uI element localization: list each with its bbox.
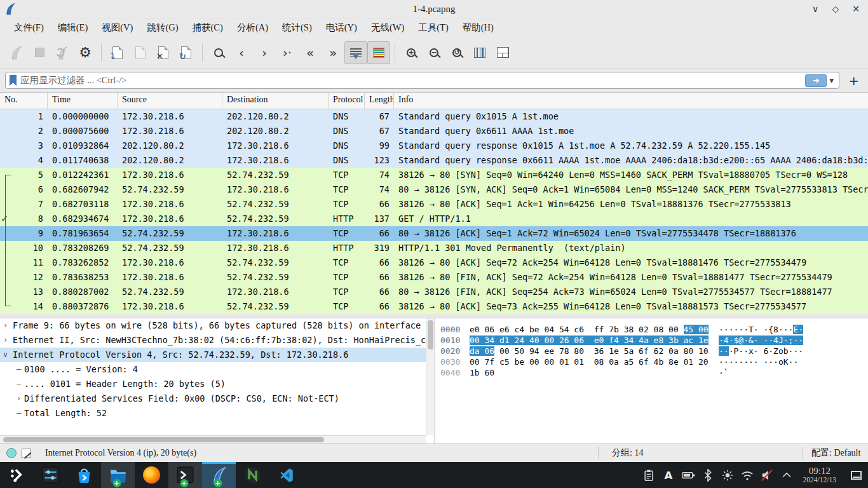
capture-restart-button[interactable] [51,41,74,64]
taskbar-app-settings[interactable] [34,462,67,488]
column-header-destination[interactable]: Destination [222,93,329,109]
packet-row-11[interactable]: 110.783262852172.30.218.652.74.232.59TCP… [0,255,868,270]
taskbar-app-firefox[interactable] [135,462,168,488]
menu-item-1[interactable]: 编辑(E) [51,20,95,36]
packet-row-3[interactable]: 30.010932864202.120.80.2172.30.218.6DNS9… [0,139,868,153]
capture-comment-icon[interactable] [22,449,31,458]
packet-row-6[interactable]: 60.68260794252.74.232.59172.30.218.6TCP7… [0,182,868,197]
detail-vertical-scrollbar[interactable] [426,318,434,435]
maximize-button[interactable]: ◇ [830,4,841,15]
go-first-button[interactable]: « [299,41,322,64]
go-last-button[interactable]: » [322,41,344,64]
packet-row-9[interactable]: 90.78196365452.74.232.59172.30.218.6TCP6… [0,226,868,241]
go-to-packet-button[interactable]: ›· [276,41,299,64]
open-file-button[interactable]: ⤵ [106,41,129,64]
column-header-protocol[interactable]: Protocol [329,93,365,109]
packet-row-2[interactable]: 20.000075600172.30.218.6202.120.80.2DNS6… [0,124,868,139]
packet-row-13[interactable]: 130.88028700252.74.232.59172.30.218.6TCP… [0,285,868,299]
find-packet-button[interactable] [207,41,230,64]
capture-options-button[interactable]: ⚙ [74,41,97,64]
display-filter-field[interactable]: ➜ ▼ [5,72,839,89]
expert-info-icon[interactable] [6,448,17,458]
expander-icon[interactable]: › [3,333,8,348]
menu-item-3[interactable]: 跳转(G) [140,20,184,36]
taskbar-app-vscode[interactable] [269,462,303,488]
add-filter-button[interactable]: + [844,73,863,88]
tray-battery-icon[interactable] [681,468,695,482]
expander-icon[interactable]: ∨ [3,348,8,362]
column-header-source[interactable]: Source [118,93,222,109]
packet-row-7[interactable]: 70.682703118172.30.218.652.74.232.59TCP6… [0,197,868,212]
packet-row-14[interactable]: 140.880372876172.30.218.652.74.232.59TCP… [0,299,868,314]
packet-row-12[interactable]: 120.783638253172.30.218.652.74.232.59TCP… [0,270,868,285]
detail-line-1[interactable]: ›Ethernet II, Src: NewH3CTechno_7b:38:02… [0,333,434,348]
menu-item-0[interactable]: 文件(F) [8,20,50,36]
tray-bluetooth-icon[interactable] [701,468,715,482]
filter-dropdown-caret-icon[interactable]: ▼ [829,78,834,84]
detail-horizontal-scrollbar[interactable] [0,435,426,444]
column-header-info[interactable]: Info [394,93,868,109]
hex-dump-pane[interactable]: 0000e0 06 e6 c4 be 04 54 c6 ff 7b 38 02 … [435,318,868,444]
hex-row-0000[interactable]: 0000e0 06 e6 c4 be 04 54 c6 ff 7b 38 02 … [440,324,868,335]
menu-item-6[interactable]: 统计(S) [276,20,318,36]
detail-line-5[interactable]: ›Differentiated Services Field: 0x00 (DS… [0,391,434,406]
tray-clipboard-icon[interactable] [642,468,656,482]
go-back-button[interactable]: ‹ [230,41,253,64]
colorize-toggle[interactable] [367,41,390,64]
zoom-in-button[interactable]: + [400,41,423,64]
tray-wifi-icon[interactable] [740,468,754,482]
column-header-length[interactable]: Length [365,93,394,109]
hex-row-0020[interactable]: 0020da 06 00 50 94 ee 78 80 36 1e 5a 6f … [440,346,868,356]
taskbar-app-discover[interactable] [67,462,101,488]
zoom-reset-button[interactable]: ↺ [445,41,468,64]
layout-button[interactable] [491,41,514,64]
detail-line-2[interactable]: ∨Internet Protocol Version 4, Src: 52.74… [0,348,434,362]
taskbar-app-wireshark[interactable]: + [202,462,236,488]
taskbar-app-konsole[interactable]: + [168,462,202,488]
packet-row-10[interactable]: 100.78320826952.74.232.59172.30.218.6HTT… [0,241,868,255]
expander-icon[interactable]: › [3,318,8,333]
auto-scroll-toggle[interactable] [344,41,367,64]
hex-row-0010[interactable]: 001000 34 d1 24 40 00 26 06 e0 f4 34 4a … [440,335,868,346]
reload-file-button[interactable]: ↻ [175,41,198,64]
hex-row-0040[interactable]: 00401b 60·` [440,367,868,378]
apply-filter-button[interactable]: ➜ [805,74,827,87]
minimize-button[interactable]: ∨ [810,4,821,15]
menu-item-5[interactable]: 分析(A) [231,20,275,36]
profile-status[interactable]: 配置: Default [811,447,860,459]
clock[interactable]: 09:12 2024/12/13 [803,466,836,484]
tray-chevron-up-icon[interactable] [780,468,794,482]
taskbar-app-kde-launcher[interactable] [0,462,34,488]
tray-input-method-icon[interactable]: A [661,468,675,482]
save-file-button[interactable] [129,41,152,64]
capture-start-button[interactable] [5,41,28,64]
packet-row-5[interactable]: 50.012242361172.30.218.652.74.232.59TCP7… [0,168,868,182]
menu-item-9[interactable]: 工具(T) [412,20,455,36]
detail-line-3[interactable]: –0100 .... = Version: 4 [0,362,434,377]
hex-row-0030[interactable]: 003000 7f c5 be 00 00 01 01 08 0a a5 6f … [440,356,868,367]
packet-row-8[interactable]: 80.682934674172.30.218.652.74.232.59HTTP… [0,212,868,226]
detail-line-0[interactable]: ›Frame 9: 66 bytes on wire (528 bits), 6… [0,318,434,333]
detail-line-6[interactable]: –Total Length: 52 [0,406,434,421]
column-header-time[interactable]: Time [48,93,118,109]
menu-item-10[interactable]: 帮助(H) [456,20,500,36]
detail-line-4[interactable]: –.... 0101 = Header Length: 20 bytes (5) [0,377,434,391]
menu-item-8[interactable]: 无线(W) [365,20,410,36]
expander-icon[interactable]: › [17,391,21,406]
column-header-no[interactable]: No. [0,93,48,109]
show-desktop-button[interactable] [851,471,862,480]
tray-brightness-icon[interactable] [721,468,735,482]
menu-item-2[interactable]: 视图(V) [95,20,139,36]
taskbar-app-neovim[interactable] [236,462,269,488]
capture-stop-button[interactable] [28,41,51,64]
bookmark-icon[interactable] [10,75,17,86]
close-file-button[interactable]: ✕ [152,41,175,64]
tray-volume-muted-icon[interactable] [760,468,774,482]
packet-row-4[interactable]: 40.011740638202.120.80.2172.30.218.6DNS1… [0,153,868,168]
menu-item-4[interactable]: 捕获(C) [186,20,229,36]
scrollbar-thumb[interactable] [428,320,433,349]
packet-row-1[interactable]: 10.000000000172.30.218.6202.120.80.2DNS6… [0,109,868,124]
zoom-out-button[interactable]: − [423,41,445,64]
close-button[interactable]: ✕ [850,4,862,15]
go-forward-button[interactable]: › [253,41,276,64]
